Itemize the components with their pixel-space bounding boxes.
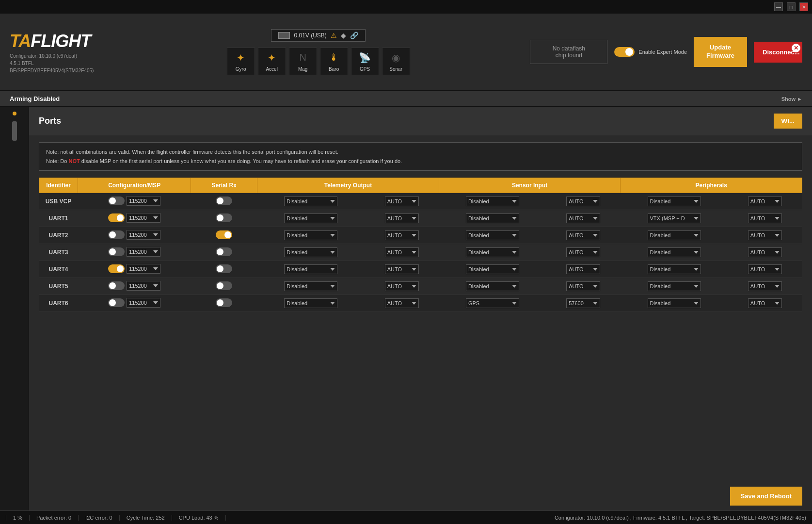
close-button[interactable]: ✕ bbox=[799, 2, 808, 11]
telemetry-select-UART5[interactable]: Disabled MAVLinkFrSky SPortFrSky SPort S… bbox=[284, 281, 337, 291]
msp-knob-UART2 bbox=[109, 231, 116, 238]
msp-switch-UART1[interactable] bbox=[108, 213, 125, 222]
sensor-select-UART2[interactable]: Disabled SonarGPS bbox=[466, 230, 519, 240]
telemetry-auto-select-USB VCP[interactable]: AUTO bbox=[385, 196, 419, 206]
telem-cell-UART6: Disabled MAVLinkFrSky SPortFrSky SPort S… bbox=[257, 295, 365, 312]
baud-select-UART4[interactable]: 115200 9600192003840057600230400250000 bbox=[127, 264, 160, 274]
msp-cell-UART3: 115200 9600192003840057600230400250000 bbox=[78, 244, 191, 261]
msp-switch-USB VCP[interactable] bbox=[108, 196, 125, 205]
peripheral-auto-select-UART1[interactable]: AUTO 96001920038400576001152002304002500… bbox=[748, 213, 782, 223]
wi-button[interactable]: WI... bbox=[774, 114, 802, 129]
baud-select-UART2[interactable]: 115200 9600192003840057600230400250000 bbox=[127, 230, 160, 240]
telemetry-select-UART3[interactable]: Disabled MAVLinkFrSky SPortFrSky SPort S… bbox=[284, 247, 337, 257]
peripheral-auto-select-USB VCP[interactable]: AUTO 96001920038400576001152002304002500… bbox=[748, 196, 782, 206]
serial-rx-cell-UART3 bbox=[191, 244, 257, 261]
maximize-button[interactable]: ◻ bbox=[787, 2, 796, 11]
dataflash-button[interactable]: No dataflash chip found bbox=[530, 40, 607, 64]
expert-mode-toggle[interactable] bbox=[614, 47, 635, 57]
sidebar bbox=[0, 107, 29, 510]
sensor-auto-select-UART5[interactable]: AUTO 96001920038400576001152002304002500… bbox=[566, 281, 600, 291]
col-identifier: Identifier bbox=[39, 178, 78, 193]
telemetry-select-UART6[interactable]: Disabled MAVLinkFrSky SPortFrSky SPort S… bbox=[284, 298, 337, 308]
telemetry-auto-select-UART4[interactable]: AUTO bbox=[385, 264, 419, 274]
peripheral-auto-select-UART3[interactable]: AUTO 96001920038400576001152002304002500… bbox=[748, 247, 782, 257]
dataflash-line2: chip found bbox=[540, 52, 597, 59]
peripheral-select-UART1[interactable]: VTX (MSP + D DisabledSmartAudioIRC Tramp bbox=[648, 213, 701, 223]
msp-switch-UART3[interactable] bbox=[108, 247, 125, 256]
msp-cell-UART4: 115200 9600192003840057600230400250000 bbox=[78, 261, 191, 278]
telemetry-auto-select-UART1[interactable]: AUTO bbox=[385, 213, 419, 223]
msp-knob-USB VCP bbox=[109, 197, 116, 204]
telemetry-auto-select-UART3[interactable]: AUTO bbox=[385, 247, 419, 257]
telemetry-select-USB VCP[interactable]: Disabled MAVLinkFrSky SPortFrSky SPort S… bbox=[284, 196, 337, 206]
table-row: UART6 115200 960019200384005760023040025… bbox=[39, 295, 802, 312]
telemetry-select-UART2[interactable]: Disabled MAVLinkFrSky SPortFrSky SPort S… bbox=[284, 230, 337, 240]
peripheral-auto-select-UART2[interactable]: AUTO 96001920038400576001152002304002500… bbox=[748, 230, 782, 240]
baud-select-UART6[interactable]: 115200 9600192003840057600230400250000 bbox=[127, 298, 160, 308]
serial-rx-switch-UART6[interactable] bbox=[216, 298, 232, 307]
sensor-auto-select-UART2[interactable]: AUTO 96001920038400576001152002304002500… bbox=[566, 230, 600, 240]
sensor-select-UART6[interactable]: GPS DisabledSonar bbox=[466, 298, 519, 308]
sensor-select-UART1[interactable]: Disabled SonarGPS bbox=[466, 213, 519, 223]
sensor-auto-select-USB VCP[interactable]: AUTO 96001920038400576001152002304002500… bbox=[566, 196, 600, 206]
telemetry-auto-select-UART6[interactable]: AUTO bbox=[385, 298, 419, 308]
sensor-auto-select-UART4[interactable]: AUTO 96001920038400576001152002304002500… bbox=[566, 264, 600, 274]
msp-toggle-UART2: 115200 9600192003840057600230400250000 bbox=[108, 230, 160, 240]
logo-area: TAFLIGHT Configurator: 10.10.0 (c97deaf)… bbox=[10, 31, 107, 73]
serial-rx-switch-UART3[interactable] bbox=[216, 247, 232, 256]
msp-switch-UART4[interactable] bbox=[108, 264, 125, 273]
sensor-select-UART5[interactable]: Disabled SonarGPS bbox=[466, 281, 519, 291]
baud-select-UART5[interactable]: 115200 9600192003840057600230400250000 bbox=[127, 281, 160, 291]
sensor-select-UART4[interactable]: Disabled SonarGPS bbox=[466, 264, 519, 274]
sensor-auto-select-UART3[interactable]: AUTO 96001920038400576001152002304002500… bbox=[566, 247, 600, 257]
peripheral-auto-select-UART6[interactable]: AUTO 96001920038400576001152002304002500… bbox=[748, 298, 782, 308]
sensor-auto-select-UART6[interactable]: 57600 96001920038400115200230400250000 bbox=[566, 298, 600, 308]
telemetry-auto-select-UART5[interactable]: AUTO bbox=[385, 281, 419, 291]
telemetry-select-UART1[interactable]: Disabled MAVLinkFrSky SPortFrSky SPort S… bbox=[284, 213, 337, 223]
serial-rx-switch-UART2[interactable] bbox=[216, 230, 232, 239]
telem-auto-cell-UART5: AUTO bbox=[365, 278, 439, 295]
save-area: Save and Reboot bbox=[720, 482, 812, 510]
msp-switch-UART2[interactable] bbox=[108, 230, 125, 239]
peripheral-select-UART5[interactable]: Disabled VTX (MSP + DSmartAudioIRC Tramp bbox=[648, 281, 701, 291]
baud-select-UART1[interactable]: 115200 9600192003840057600230400250000 bbox=[127, 213, 160, 223]
msp-knob-UART1 bbox=[117, 214, 124, 221]
peripheral-auto-select-UART5[interactable]: AUTO 96001920038400576001152002304002500… bbox=[748, 281, 782, 291]
note-box: Note: not all combinations are valid. Wh… bbox=[39, 142, 802, 171]
telemetry-auto-select-UART2[interactable]: AUTO bbox=[385, 230, 419, 240]
peripheral-select-USB VCP[interactable]: Disabled VTX (MSP + DSmartAudioIRC Tramp bbox=[648, 196, 701, 206]
baud-select-USB VCP[interactable]: 115200 9600192003840057600230400250000 bbox=[127, 196, 160, 206]
serial-rx-switch-UART4[interactable] bbox=[216, 264, 232, 273]
serial-rx-switch-UART1[interactable] bbox=[216, 213, 232, 222]
scroll-handle[interactable] bbox=[12, 121, 17, 141]
periph-cell-UART1: VTX (MSP + D DisabledSmartAudioIRC Tramp bbox=[621, 210, 728, 227]
col-sensor: Sensor Input bbox=[439, 178, 621, 193]
serial-rx-switch-UART5[interactable] bbox=[216, 281, 232, 290]
msp-switch-UART6[interactable] bbox=[108, 298, 125, 307]
update-firmware-button[interactable]: Update Firmware bbox=[694, 37, 747, 67]
telemetry-select-UART4[interactable]: Disabled MAVLinkFrSky SPortFrSky SPort S… bbox=[284, 264, 337, 274]
sensor-auto-select-UART1[interactable]: AUTO 96001920038400576001152002304002500… bbox=[566, 213, 600, 223]
telem-cell-UART2: Disabled MAVLinkFrSky SPortFrSky SPort S… bbox=[257, 227, 365, 244]
serial-rx-switch-USB VCP[interactable] bbox=[216, 196, 232, 205]
peripheral-select-UART2[interactable]: Disabled VTX (MSP + DSmartAudioIRC Tramp bbox=[648, 230, 701, 240]
port-id-USB VCP: USB VCP bbox=[39, 193, 78, 210]
sensor-select-USB VCP[interactable]: Disabled SonarGPS bbox=[466, 196, 519, 206]
peripheral-select-UART6[interactable]: Disabled VTX (MSP + DSmartAudioIRC Tramp bbox=[648, 298, 701, 308]
peripheral-select-UART3[interactable]: Disabled VTX (MSP + DSmartAudioIRC Tramp bbox=[648, 247, 701, 257]
peripheral-auto-select-UART4[interactable]: AUTO 96001920038400576001152002304002500… bbox=[748, 264, 782, 274]
header-actions: No dataflash chip found Enable Expert Mo… bbox=[530, 37, 802, 67]
msp-switch-UART5[interactable] bbox=[108, 281, 125, 290]
sensor-select-UART3[interactable]: Disabled SonarGPS bbox=[466, 247, 519, 257]
minimize-button[interactable]: — bbox=[774, 2, 783, 11]
msp-knob-UART3 bbox=[109, 248, 116, 255]
serial-rx-cell-USB VCP bbox=[191, 193, 257, 210]
disconnect-button[interactable]: ✕ Disconnec... bbox=[754, 42, 802, 63]
header: TAFLIGHT Configurator: 10.10.0 (c97deaf)… bbox=[0, 14, 812, 91]
save-button[interactable]: Save and Reboot bbox=[730, 487, 802, 506]
port-id-UART3: UART3 bbox=[39, 244, 78, 261]
baud-select-UART3[interactable]: 115200 9600192003840057600230400250000 bbox=[127, 247, 160, 257]
peripheral-select-UART4[interactable]: Disabled VTX (MSP + DSmartAudioIRC Tramp bbox=[648, 264, 701, 274]
show-label[interactable]: Show ► bbox=[781, 96, 802, 102]
port-id-UART5: UART5 bbox=[39, 278, 78, 295]
